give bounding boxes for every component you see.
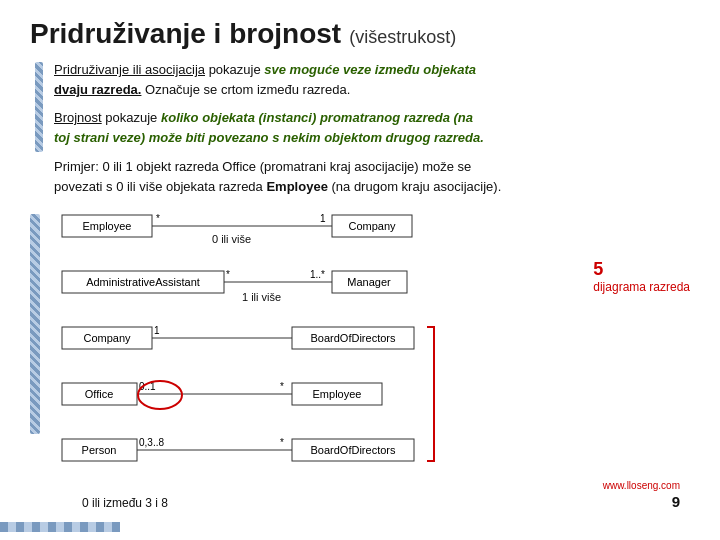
svg-text:BoardOfDirectors: BoardOfDirectors: [311, 444, 396, 456]
svg-text:BoardOfDirectors: BoardOfDirectors: [311, 332, 396, 344]
svg-text:Company: Company: [348, 220, 396, 232]
text-block: Pridruživanje ili asocijacija pokazuje s…: [48, 60, 690, 205]
svg-text:1 ili više: 1 ili više: [242, 291, 281, 303]
page: Pridruživanje i brojnost (višestrukost) …: [0, 0, 720, 540]
right-sidebar: 5 dijagrama razreda: [589, 209, 690, 296]
website-text: www.lloseng.com: [603, 480, 680, 491]
svg-text:*: *: [156, 213, 160, 224]
svg-text:*: *: [226, 269, 230, 280]
page-title: Pridruživanje i brojnost: [30, 18, 341, 50]
page-subtitle: (višestrukost): [349, 27, 456, 48]
diagram-left-deco: [30, 209, 52, 434]
svg-text:Employee: Employee: [313, 388, 362, 400]
diagram-count: 5: [593, 259, 603, 281]
diagram-area: Employee Company * 1 0 ili više Administ…: [30, 209, 690, 478]
svg-text:*: *: [280, 381, 284, 392]
diagram-container: Employee Company * 1 0 ili više Administ…: [52, 209, 589, 478]
title-area: Pridruživanje i brojnost (višestrukost): [30, 18, 690, 50]
diagram-label: dijagrama razreda: [593, 280, 690, 296]
bottom-label: 0 ili između 3 i 8: [82, 496, 168, 510]
p1-term: Pridruživanje ili asocijacija: [54, 62, 205, 77]
svg-text:Person: Person: [82, 444, 117, 456]
svg-text:Office: Office: [85, 388, 114, 400]
svg-text:AdministrativeAssistant: AdministrativeAssistant: [86, 276, 200, 288]
bottom-right: www.lloseng.com 9: [603, 480, 690, 510]
paragraph-1: Pridruživanje ili asocijacija pokazuje s…: [54, 60, 690, 100]
left-decoration: [30, 60, 48, 205]
paragraph-3: Primjer: 0 ili 1 objekt razreda Office (…: [54, 157, 690, 197]
svg-text:1: 1: [320, 213, 326, 224]
svg-text:0,3..8: 0,3..8: [139, 437, 164, 448]
deco-bar-top: [35, 62, 43, 152]
svg-point-29: [138, 381, 182, 409]
svg-text:Manager: Manager: [347, 276, 391, 288]
bottom-decoration: [0, 522, 120, 532]
uml-diagram-svg: Employee Company * 1 0 ili više Administ…: [52, 209, 442, 474]
page-number: 9: [672, 493, 680, 510]
svg-text:0 ili više: 0 ili više: [212, 233, 251, 245]
svg-text:Employee: Employee: [83, 220, 132, 232]
deco-bar-diagram: [30, 214, 40, 434]
svg-text:*: *: [280, 437, 284, 448]
bottom-row: 0 ili između 3 i 8 www.lloseng.com 9: [30, 480, 690, 510]
svg-text:1: 1: [154, 325, 160, 336]
svg-text:Company: Company: [83, 332, 131, 344]
paragraph-2: Brojnost pokazuje koliko objekata (insta…: [54, 108, 690, 148]
svg-text:1..*: 1..*: [310, 269, 325, 280]
